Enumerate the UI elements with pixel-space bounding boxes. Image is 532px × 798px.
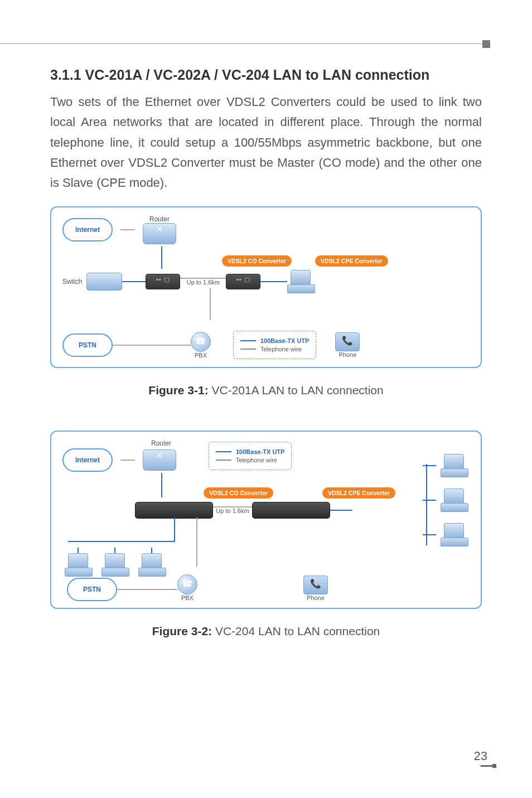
pbx-icon xyxy=(191,332,211,352)
section-heading: 3.1.1 VC-201A / VC-202A / VC-204 LAN to … xyxy=(50,67,482,83)
legend-utp-label: 100Base-TX UTP xyxy=(236,448,284,455)
footer-tick-dot xyxy=(492,764,496,768)
figure-1-caption-bold: Figure 3-1: xyxy=(148,384,208,396)
computer-icon xyxy=(441,454,467,477)
figure-2-frame: Router Internet 100Base-TX UTP Telephone… xyxy=(50,431,482,609)
pstn-cloud-icon: PSTN xyxy=(67,578,117,601)
internet-cloud-icon: Internet xyxy=(62,448,113,472)
pbx-label: PBX xyxy=(181,594,194,601)
pbx-label: PBX xyxy=(195,352,207,359)
fig2-bottom-area: PSTN PBX Phone xyxy=(62,574,470,601)
computer-icon xyxy=(101,553,128,577)
figure-1-caption-rest: VC-201A LAN to LAN connection xyxy=(209,384,384,396)
phone-label: Phone xyxy=(307,594,325,601)
internet-label: Internet xyxy=(75,456,100,464)
computer-icon xyxy=(138,553,165,577)
header-rule-line xyxy=(0,43,487,44)
internet-cloud-icon: Internet xyxy=(62,218,113,241)
pstn-cloud-icon: PSTN xyxy=(62,333,113,357)
fig2-right-pcs xyxy=(423,454,467,546)
pstn-label: PSTN xyxy=(83,586,101,593)
fig2-mid-area: VDSL2 CO Converter VDSL2 CPE Converter U… xyxy=(62,487,470,519)
computer-icon xyxy=(65,553,91,577)
co-converter-label: VDSL2 CO Converter xyxy=(222,255,292,267)
co-converter-label: VDSL2 CO Converter xyxy=(204,487,273,499)
connector-line xyxy=(68,541,175,542)
router-icon xyxy=(143,449,176,471)
phone-icon xyxy=(335,332,360,351)
pstn-label: PSTN xyxy=(79,341,96,349)
phone-label: Phone xyxy=(339,351,357,358)
vdsl2-co-converter-icon xyxy=(135,502,213,519)
legend-tel-label: Telephone wire xyxy=(236,457,277,463)
page-content: 3.1.1 VC-201A / VC-202A / VC-204 LAN to … xyxy=(50,67,482,638)
pbx-icon xyxy=(177,574,197,594)
connector-line xyxy=(174,518,175,541)
phone-icon xyxy=(303,575,328,594)
legend-utp-line xyxy=(216,451,231,452)
computer-icon xyxy=(441,523,467,546)
header-corner-square xyxy=(482,40,490,48)
vdsl2-cpe-converter-icon xyxy=(252,502,330,519)
connector-line xyxy=(426,464,427,545)
legend-utp-label: 100Base-TX UTP xyxy=(260,337,309,344)
router-label: Router xyxy=(151,439,171,447)
cpe-converter-label: VDSL2 CPE Converter xyxy=(322,487,395,499)
section-body-text: Two sets of the Ethernet over VDSL2 Conv… xyxy=(50,92,482,193)
router-icon xyxy=(143,223,176,244)
legend-box: 100Base-TX UTP Telephone wire xyxy=(233,331,316,359)
fig1-bottom-area: PSTN PBX 100Base-TX UTP Telephone wire P… xyxy=(62,331,470,359)
vdsl2-cpe-converter-icon xyxy=(226,274,260,289)
fig1-mid-area: VDSL2 CO Converter VDSL2 CPE Converter S… xyxy=(62,255,470,293)
figure-2-caption-rest: VC-204 LAN to LAN connection xyxy=(212,625,380,637)
legend-tel-line xyxy=(240,349,256,350)
fig2-left-pcs xyxy=(65,548,165,577)
fig1-top-area: Internet Router xyxy=(62,215,470,244)
connector-line xyxy=(196,518,197,567)
figure-2-caption: Figure 3-2: VC-204 LAN to LAN connection xyxy=(50,625,482,638)
router-label: Router xyxy=(149,215,170,223)
figure-2-caption-bold: Figure 3-2: xyxy=(152,625,212,637)
legend-tel-line xyxy=(216,460,231,461)
switch-icon xyxy=(86,273,122,291)
page-number: 23 xyxy=(474,749,487,763)
legend-box: 100Base-TX UTP Telephone wire xyxy=(209,442,292,470)
computer-icon xyxy=(441,489,467,512)
distance-label: Up to 1.6km xyxy=(187,279,220,286)
connector-line xyxy=(210,288,211,320)
switch-label: Switch xyxy=(62,278,82,286)
figure-1-caption: Figure 3-1: VC-201A LAN to LAN connectio… xyxy=(50,384,482,397)
vdsl2-co-converter-icon xyxy=(146,274,180,289)
distance-label: Up to 1.6km xyxy=(216,507,249,514)
cpe-converter-label: VDSL2 CPE Converter xyxy=(315,255,388,267)
figure-1-frame: Internet Router VDSL2 CO Converter VDSL2… xyxy=(50,206,482,368)
legend-tel-label: Telephone wire xyxy=(260,346,302,352)
legend-utp-line xyxy=(240,340,256,341)
fig2-top-area: Router Internet 100Base-TX UTP Telephone… xyxy=(62,439,470,472)
internet-label: Internet xyxy=(75,226,100,234)
computer-icon xyxy=(287,270,314,293)
